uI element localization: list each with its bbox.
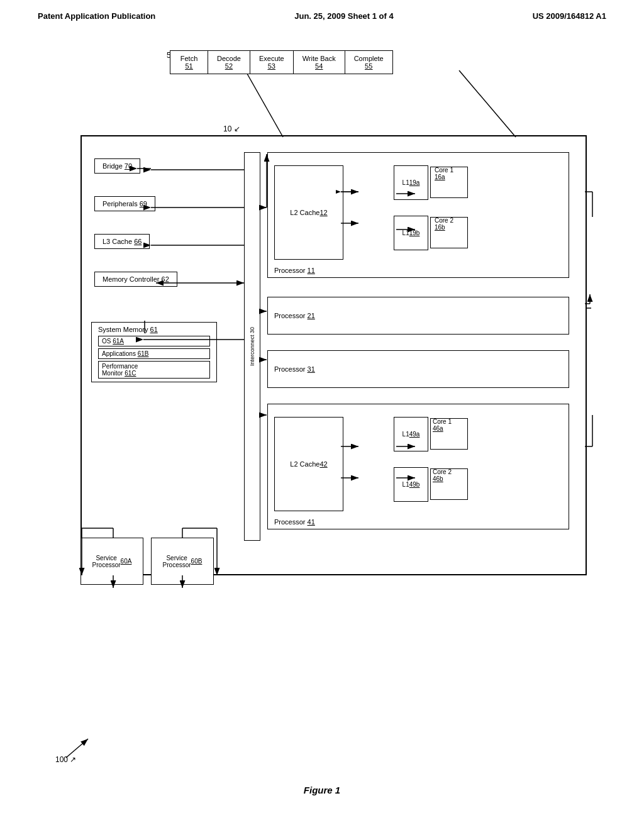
l1-49b-box: L149b — [394, 467, 428, 502]
os-item: OS 61A — [98, 336, 210, 346]
l2cache12-box: L2 Cache 12 — [274, 165, 343, 260]
processor31-box: Processor 31 — [267, 350, 569, 388]
pipeline-stage-decode: Decode 52 — [208, 51, 250, 74]
header-right: US 2009/164812 A1 — [533, 11, 606, 21]
main-diagram: Interconnect 30 Bridge 70 Peripherals 69… — [80, 135, 587, 575]
bridge-box: Bridge 70 — [94, 158, 140, 174]
l2cache42-box: L2 Cache 42 — [274, 417, 343, 511]
core1a-box — [430, 167, 468, 198]
decode-label: Decode — [217, 55, 241, 62]
memctrl-box: Memory Controller 62 — [94, 272, 177, 287]
figure-label: Figure 1 — [304, 785, 340, 795]
service-proc-60b: ServiceProcessor60B — [151, 538, 214, 585]
main-ref-label: 10 ↙ — [223, 124, 240, 133]
complete-label: Complete — [354, 55, 384, 62]
interconnect-bar: Interconnect 30 — [244, 152, 260, 541]
processor11-box: Processor 11 L2 Cache 12 L119a Core 116a… — [267, 152, 569, 278]
fetch-label: Fetch — [179, 55, 199, 62]
interconnect-label: Interconnect 30 — [249, 327, 255, 366]
fetch-num: 51 — [185, 62, 192, 70]
apps-item: Applications 61B — [98, 348, 210, 359]
perfmon-item: PerformanceMonitor 61C — [98, 361, 210, 379]
core1-46a-label: Core 146a — [433, 418, 452, 432]
decode-num: 52 — [225, 62, 233, 70]
svg-line-5 — [459, 70, 516, 137]
header-center: Jun. 25, 2009 Sheet 1 of 4 — [294, 11, 394, 21]
header-left: Patent Application Publication — [38, 11, 155, 21]
wb-label: Write Back — [303, 55, 336, 62]
l3cache-box: L3 Cache 66 — [94, 234, 150, 249]
processor41-box: Processor 41 L2 Cache 42 L149a Core 146a… — [267, 404, 569, 529]
core2-46b-label: Core 246b — [433, 468, 452, 482]
proc31-label: Processor 31 — [274, 365, 315, 373]
pipeline-container: Fetch 51 Decode 52 Execute 53 Write Back… — [170, 50, 393, 74]
proc11-label: Processor 11 — [274, 267, 315, 274]
pipeline-stage-execute: Execute 53 — [250, 51, 294, 74]
proc41-label: Processor 41 — [274, 518, 315, 526]
l1-19a-box: L119a — [394, 165, 428, 200]
proc21-label: Processor 21 — [274, 312, 315, 319]
pipeline-stage-complete: Complete 55 — [345, 51, 392, 74]
pipeline-stage-writeback: Write Back 54 — [294, 51, 345, 74]
peripherals-box: Peripherals 69 — [94, 196, 155, 211]
wb-num: 54 — [315, 62, 323, 70]
l1-19b-box: L119b — [394, 216, 428, 250]
l1-49a-box: L149a — [394, 417, 428, 451]
core2b-box — [430, 217, 468, 248]
processor21-box: Processor 21 — [267, 297, 569, 335]
page: Patent Application Publication Jun. 25, … — [0, 0, 644, 830]
header: Patent Application Publication Jun. 25, … — [0, 0, 644, 21]
system-memory-box: System Memory 61 OS 61A Applications 61B… — [91, 322, 217, 382]
complete-num: 55 — [365, 62, 372, 70]
execute-num: 53 — [268, 62, 275, 70]
pipeline-stage-fetch: Fetch 51 — [170, 51, 208, 74]
service-proc-60a: ServiceProcessor60A — [80, 538, 143, 585]
ref-100-label: 100 ↗ — [55, 755, 76, 764]
svg-line-4 — [245, 70, 283, 137]
execute-label: Execute — [259, 55, 284, 62]
